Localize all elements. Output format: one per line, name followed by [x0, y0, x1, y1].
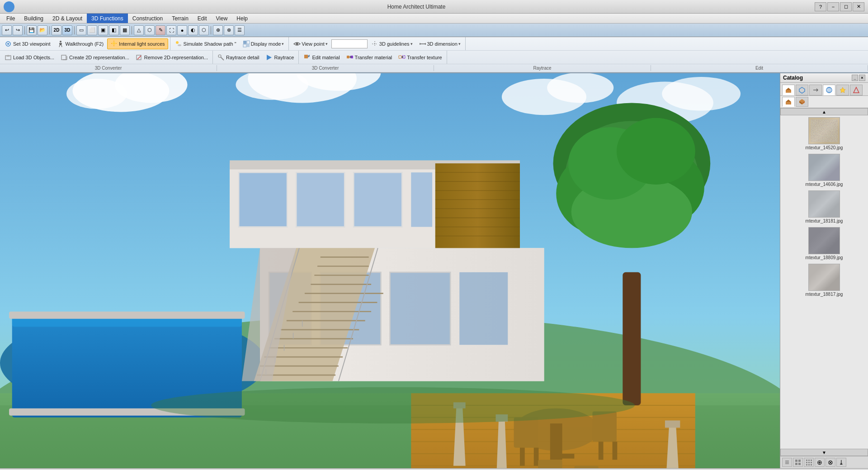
catalog-tab-5[interactable]	[850, 85, 863, 95]
3d-guidelines-btn[interactable]: 3D guidelines	[368, 38, 415, 49]
raytrace-btn[interactable]: Raytrace	[263, 52, 297, 63]
create-2d-rep-btn[interactable]: Create 2D representation...	[58, 52, 132, 63]
close-button[interactable]: ✕	[853, 2, 864, 11]
qa-btn-10[interactable]: ●	[177, 25, 187, 35]
internal-light-sources-btn[interactable]: Internal light sources	[107, 38, 168, 49]
catalog-label-0: mtextur_14520.jpg	[806, 145, 843, 150]
restore-button[interactable]: ◻	[840, 2, 852, 11]
raytrace-label: Raytrace	[434, 65, 651, 71]
catalog-tab-4[interactable]	[836, 85, 849, 95]
remove-2d-rep-btn[interactable]: Remove 2D-representation...	[133, 52, 211, 63]
catalog-item-3[interactable]: mtextur_18809.jpg	[782, 227, 866, 260]
svg-rect-132	[665, 420, 680, 427]
qa-btn-8[interactable]: ✎	[156, 25, 165, 35]
svg-rect-171	[808, 464, 810, 465]
svg-rect-135	[623, 272, 641, 405]
qa-btn-15[interactable]: ☰	[235, 25, 245, 35]
qa-redo[interactable]: ↪	[13, 25, 23, 35]
display-mode-btn[interactable]: Display mode	[240, 38, 287, 49]
cat-nav-3[interactable]: ⊕	[815, 458, 825, 467]
qa-btn-2[interactable]: ⬜	[87, 25, 97, 35]
qa-btn-5[interactable]: ▦	[120, 25, 130, 35]
menu-file[interactable]: File	[2, 14, 19, 23]
cat-nav-0[interactable]	[782, 458, 792, 467]
menu-building[interactable]: Building	[19, 14, 48, 23]
cat-nav-4[interactable]: ⊗	[826, 458, 835, 467]
menu-view[interactable]: View	[212, 14, 232, 23]
menu-edit[interactable]: Edit	[193, 14, 212, 23]
catalog-item-2[interactable]: mtextur_18181.jpg	[782, 190, 866, 223]
qa-2d[interactable]: 2D	[52, 25, 61, 35]
svg-marker-152	[854, 87, 859, 93]
menu-terrain[interactable]: Terrain	[167, 14, 193, 23]
qa-btn-1[interactable]: ▭	[76, 25, 86, 35]
3d-viewport[interactable]	[0, 73, 780, 468]
catalog-minimize[interactable]: _	[852, 75, 858, 81]
qa-btn-4[interactable]: ◧	[109, 25, 119, 35]
load-3d-objects-btn[interactable]: Load 3D Objects...	[2, 52, 57, 63]
transfer-material-btn[interactable]: Transfer material	[344, 52, 395, 63]
menu-help[interactable]: Help	[232, 14, 252, 23]
help-button[interactable]: ?	[815, 2, 826, 11]
qa-btn-6[interactable]: △	[134, 25, 144, 35]
raytrace-detail-icon	[217, 54, 225, 61]
catalog-tab-0[interactable]	[782, 85, 795, 95]
transfer-texture-btn[interactable]: Transfer texture	[396, 52, 444, 63]
view-point-btn[interactable]: View point	[291, 38, 330, 49]
qa-save[interactable]: 💾	[27, 25, 37, 35]
qa-btn-7[interactable]: ⬡	[145, 25, 155, 35]
catalog-items-list: mtextur_14520.jpg mtextur_14606.jpg mtex…	[780, 115, 868, 449]
catalog-close[interactable]: ×	[859, 75, 865, 81]
catalog-scroll-down[interactable]: ▼	[780, 449, 868, 456]
catalog-tab-2[interactable]	[809, 85, 822, 95]
qa-btn-3[interactable]: ▣	[98, 25, 108, 35]
catalog-scroll-up[interactable]: ▲	[780, 108, 868, 115]
minimize-button[interactable]: −	[827, 2, 839, 11]
raytrace-section: Raytrace detail Raytrace	[213, 51, 299, 64]
svg-rect-35	[399, 56, 401, 58]
catalog-tab-3[interactable]	[823, 85, 835, 95]
qa-btn-11[interactable]: ◐	[188, 25, 198, 35]
qa-btn-9[interactable]: ⛶	[166, 25, 176, 35]
cat-nav-2[interactable]	[804, 458, 814, 467]
qa-btn-14[interactable]: ⊗	[224, 25, 234, 35]
cat-nav-1[interactable]	[793, 458, 803, 467]
edit-material-btn[interactable]: Edit material	[301, 52, 342, 63]
edit-label: Edit	[651, 65, 868, 71]
qa-3d[interactable]: 3D	[62, 25, 72, 35]
catalog-subtab-1[interactable]	[796, 97, 808, 107]
walkthrough-icon	[57, 40, 64, 47]
separator-5	[211, 26, 211, 34]
status-bar: Raytrace completed x: -11.2715 y: 39.040…	[0, 468, 868, 470]
catalog-item-4[interactable]: mtextur_18817.jpg	[782, 264, 866, 297]
3d-dimension-btn[interactable]: 3D dimension	[416, 38, 463, 49]
svg-rect-30	[304, 55, 308, 58]
general-label: 3D Converter	[0, 65, 217, 71]
catalog-header: Catalog _ ×	[780, 73, 868, 83]
qa-open[interactable]: 📂	[38, 25, 47, 35]
separator-3	[74, 26, 75, 34]
view-point-input[interactable]	[331, 39, 368, 48]
catalog-subtab-0[interactable]	[782, 97, 795, 107]
viewpoint-section: View point 3D guidelines 3D dimension	[289, 37, 465, 50]
menu-3d-functions[interactable]: 3D Functions	[87, 14, 128, 23]
qa-btn-12[interactable]: ⬡	[199, 25, 209, 35]
svg-rect-169	[811, 462, 812, 463]
qa-undo[interactable]: ↩	[2, 25, 12, 35]
simulate-shadow-btn[interactable]: Simulate Shadow path "	[172, 38, 239, 49]
toolbar-row-1: Set 3D viewpoint Walkthrough (F2) Intern…	[0, 37, 868, 51]
qa-btn-13[interactable]: ⊕	[213, 25, 223, 35]
cat-nav-5[interactable]: ⤓	[836, 458, 846, 467]
catalog-item-1[interactable]: mtextur_14606.jpg	[782, 154, 866, 187]
menu-2d-layout[interactable]: 2D & Layout	[48, 14, 87, 23]
walkthrough-btn[interactable]: Walkthrough (F2)	[54, 38, 107, 49]
catalog-tab-1[interactable]	[796, 85, 808, 95]
svg-rect-122	[592, 411, 616, 442]
raytrace-detail-btn[interactable]: Raytrace detail	[215, 52, 262, 63]
catalog-label-4: mtextur_18817.jpg	[806, 292, 843, 297]
svg-point-9	[178, 44, 181, 46]
menu-construction[interactable]: Construction	[128, 14, 167, 23]
catalog-item-0[interactable]: mtextur_14520.jpg	[782, 117, 866, 150]
set-3d-viewpoint-btn[interactable]: Set 3D viewpoint	[2, 38, 53, 49]
shadow-icon	[175, 40, 182, 47]
